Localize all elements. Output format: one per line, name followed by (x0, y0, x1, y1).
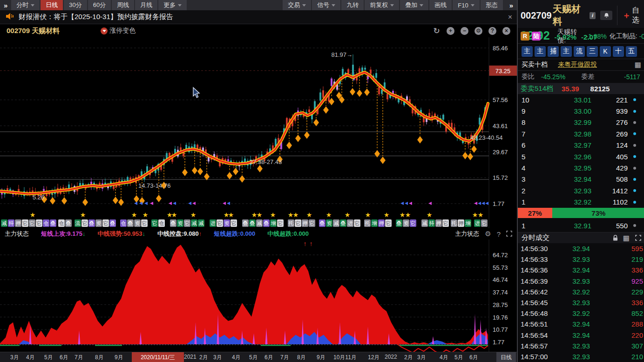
tool-tab-F10[interactable]: F10 (453, 0, 479, 10)
settings-icon[interactable]: ⚙ (475, 27, 482, 35)
trade-time: 14:56:42 (518, 288, 558, 296)
lock-icon[interactable] (612, 235, 618, 241)
period-tab-月线[interactable]: 月线 (135, 0, 157, 10)
tool-tab-前复权[interactable]: 前复权 (365, 0, 399, 10)
trade-price: 32.93 (558, 353, 604, 361)
svg-text:★: ★ (400, 211, 406, 219)
svg-text:85.46: 85.46 (493, 45, 508, 52)
order-book-row[interactable]: 132.91550 (518, 220, 644, 231)
period-tab-周线[interactable]: 周线 (112, 0, 134, 10)
order-book-row[interactable]: 332.94508 (518, 174, 644, 185)
svg-text:★: ★ (345, 211, 351, 219)
price: 32.94 (532, 175, 591, 183)
zoom-in-icon[interactable]: + (447, 27, 454, 35)
chart-header: 002709 天赐材料 涨停变色 ↻+−⚙?× (0, 24, 517, 37)
period-tab-更多[interactable]: 更多 (158, 0, 187, 10)
refresh-icon[interactable]: ↻ (433, 27, 441, 35)
period-tab-分时[interactable]: 分时 (11, 0, 40, 10)
svg-text:它: 它 (386, 220, 391, 226)
order-book-row[interactable]: 832.99276 (518, 117, 644, 128)
order-book-row[interactable]: 632.97124 (518, 140, 644, 151)
broker-promo-link[interactable]: 来粤开做跟投 (558, 61, 597, 69)
tool-tab-信号[interactable]: 信号 (312, 0, 340, 10)
svg-text:★: ★ (131, 211, 137, 219)
svg-text:↑: ↑ (310, 240, 313, 247)
bid-levels: 132.91550 (518, 220, 644, 231)
tool-tab-九转[interactable]: 九转 (341, 0, 364, 10)
tab-label: 周线 (117, 1, 129, 9)
svg-text:它: 它 (23, 220, 28, 226)
order-book-row[interactable]: 732.98269 (518, 128, 644, 139)
tool-tab-叠加[interactable]: 叠加 (400, 0, 428, 10)
trade-volume: 210 (604, 353, 644, 361)
panel-tab-6-三[interactable]: 三 (587, 46, 598, 57)
panel-tab-9-五[interactable]: 五 (626, 46, 637, 57)
svg-text:叠: 叠 (397, 220, 402, 226)
help-icon[interactable]: ? (488, 27, 496, 35)
tick-trades-title: 分时成交 (522, 233, 549, 242)
settings-icon[interactable]: ⚙ (485, 230, 491, 238)
order-book-row[interactable]: 432.95429 (518, 162, 644, 173)
zoom-out-icon[interactable]: − (461, 27, 468, 35)
timeline-label: 7月 (280, 354, 289, 362)
info-icon[interactable]: i (590, 12, 596, 19)
svg-text:持: 持 (429, 220, 434, 226)
period-tab-日线[interactable]: 日线 (41, 0, 63, 10)
panel-tab-5-流[interactable]: 流 (574, 46, 585, 57)
period-tab-30分[interactable]: 30分 (64, 0, 87, 10)
expand-icon[interactable] (635, 235, 641, 241)
tab-label: 分时 (16, 1, 28, 9)
svg-text:托: 托 (365, 220, 370, 226)
tool-tab-交易[interactable]: 交易 (283, 0, 311, 10)
indicator-area-chart[interactable]: 64.7255.7346.7437.7428.7519.7610.771.77↑… (0, 239, 517, 352)
panel-tab-1-主[interactable]: 主 (522, 46, 533, 57)
timeline-label: 2月 (199, 354, 208, 362)
trade-price: 32.93 (558, 277, 604, 285)
svg-text:它: 它 (30, 220, 35, 226)
help-icon[interactable]: ? (497, 230, 501, 238)
collapse-left-icon[interactable]: » (0, 1, 11, 9)
limit-color-tool[interactable]: 涨停变色 (101, 27, 136, 35)
trade-volume: 229 (604, 288, 644, 296)
more-tools-icon[interactable]: » (506, 1, 517, 9)
alert-bell-icon[interactable] (600, 11, 612, 20)
chevron-down-icon (332, 4, 335, 7)
volume: 221 (591, 96, 628, 104)
tool-tab-画线[interactable]: 画线 (429, 0, 452, 10)
add-watchlist-button[interactable]: ＋ 自选 (617, 6, 644, 25)
level: 7 (518, 130, 532, 138)
order-book-row[interactable]: 232.931412 (518, 185, 644, 196)
timeline-label: 8月 (297, 354, 306, 362)
industry-label[interactable]: 化工制品: (610, 32, 637, 41)
svg-text:它: 它 (310, 220, 315, 226)
order-book-row[interactable]: 1033.01221 (518, 94, 644, 105)
period-tab-60分[interactable]: 60分 (88, 0, 111, 10)
order-book-row[interactable]: 132.921102 (518, 197, 644, 208)
buy-ratio: 27% (518, 208, 552, 218)
close-icon[interactable]: × (502, 27, 510, 35)
panel-tab-8-十[interactable]: 十 (613, 46, 624, 57)
timeline-label: 6月 (264, 354, 273, 362)
svg-text:它: 它 (278, 220, 283, 226)
tab-label: 叠加 (405, 1, 417, 9)
trade-row: 14:56:4532.93336 (518, 297, 644, 308)
news-close-icon[interactable]: × (508, 13, 512, 21)
period-chip[interactable]: 日线 (496, 352, 516, 362)
level: 1 (518, 198, 532, 206)
main-candlestick-chart[interactable]: 85.4673.2557.5643.6129.6715.721.77★★★★★★… (0, 37, 517, 228)
order-book-row[interactable]: 933.00939 (518, 105, 644, 116)
grid-icon[interactable]: ▦ (623, 234, 630, 242)
panel-tab-2-主[interactable]: 主 (535, 46, 546, 57)
panel-tab-4-主[interactable]: 主 (561, 46, 572, 57)
timeline-label: 6月 (60, 354, 68, 362)
expand-icon[interactable] (506, 230, 512, 238)
grid-icon[interactable]: ▦ (635, 61, 641, 69)
order-book-row[interactable]: 532.96405 (518, 151, 644, 162)
tool-tab-形态[interactable]: 形态 (481, 0, 503, 10)
svg-text:托: 托 (288, 220, 294, 226)
bond-label[interactable]: 天赐转债: (557, 28, 584, 45)
panel-tab-7-K[interactable]: K (600, 46, 611, 57)
volume: 429 (591, 164, 628, 172)
panel-tab-3-捕[interactable]: 捕 (548, 46, 559, 57)
level: 5 (518, 153, 532, 161)
